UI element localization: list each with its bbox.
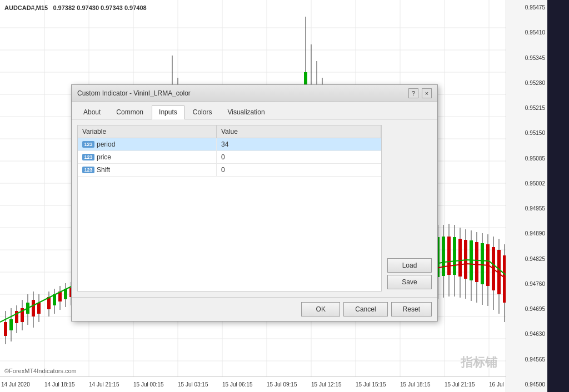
table-row[interactable]: 123 price 0 bbox=[78, 151, 381, 164]
row-2-varname: Shift bbox=[97, 166, 110, 174]
col-variable: Variable bbox=[78, 125, 217, 138]
row-0-varname: period bbox=[97, 140, 115, 148]
table-row[interactable]: 123 Shift 0 bbox=[78, 164, 381, 177]
tab-visualization[interactable]: Visualization bbox=[220, 105, 272, 119]
col-value: Value bbox=[217, 125, 381, 138]
row-0-badge: 123 bbox=[82, 141, 94, 148]
dialog-tabs: About Common Inputs Colors Visualization bbox=[72, 102, 437, 119]
row-2-variable: 123 Shift bbox=[78, 164, 217, 176]
row-1-value[interactable]: 0 bbox=[217, 151, 381, 163]
reset-button[interactable]: Reset bbox=[391, 302, 432, 316]
action-buttons-panel: Load Save bbox=[387, 125, 432, 292]
row-0-value[interactable]: 34 bbox=[217, 138, 381, 150]
row-1-badge: 123 bbox=[82, 154, 94, 160]
save-button[interactable]: Save bbox=[387, 275, 432, 289]
table-header: Variable Value bbox=[78, 125, 381, 138]
dialog-title: Custom Indicator - VininI_LRMA_color bbox=[77, 89, 191, 97]
dialog-footer: OK Cancel Reset bbox=[72, 297, 437, 321]
dialog-overlay: Custom Indicator - VininI_LRMA_color ? ×… bbox=[0, 0, 569, 392]
tab-inputs[interactable]: Inputs bbox=[152, 105, 184, 119]
inputs-table: Variable Value 123 period 34 123 price bbox=[77, 125, 382, 292]
row-0-variable: 123 period bbox=[78, 138, 217, 150]
load-button[interactable]: Load bbox=[387, 258, 432, 273]
row-1-varname: price bbox=[97, 153, 111, 161]
row-2-badge: 123 bbox=[82, 167, 94, 173]
tab-common[interactable]: Common bbox=[109, 105, 151, 119]
dialog: Custom Indicator - VininI_LRMA_color ? ×… bbox=[71, 84, 438, 321]
ok-button[interactable]: OK bbox=[301, 302, 340, 316]
row-2-value[interactable]: 0 bbox=[217, 164, 381, 176]
dialog-body: Variable Value 123 period 34 123 price bbox=[72, 119, 437, 297]
table-row[interactable]: 123 period 34 bbox=[78, 138, 381, 151]
tab-colors[interactable]: Colors bbox=[186, 105, 219, 119]
row-1-variable: 123 price bbox=[78, 151, 217, 163]
tab-about[interactable]: About bbox=[76, 105, 108, 119]
dialog-close-button[interactable]: × bbox=[422, 88, 432, 98]
dialog-titlebar: Custom Indicator - VininI_LRMA_color ? × bbox=[72, 85, 437, 102]
dialog-help-button[interactable]: ? bbox=[408, 88, 418, 98]
dialog-controls: ? × bbox=[408, 88, 432, 98]
cancel-button[interactable]: Cancel bbox=[343, 302, 387, 316]
